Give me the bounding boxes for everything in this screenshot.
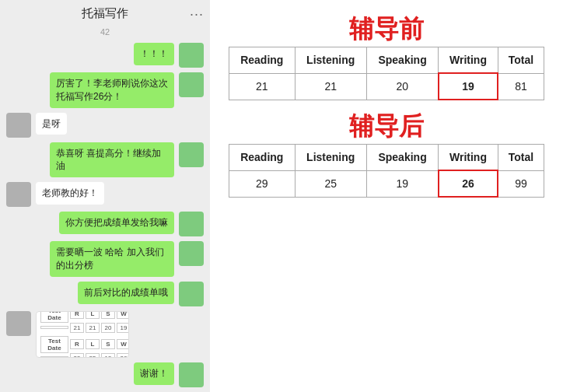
after-listening: 25 — [295, 170, 366, 197]
chat-body: ！！！ 厉害了！李老师刚说你这次托福写作26分！ 是呀 恭喜呀 喜提高分！继续加… — [0, 40, 210, 392]
before-table: Reading Listening Speaking Writing Total… — [229, 47, 544, 100]
col-total: Total — [498, 145, 544, 171]
avatar — [179, 241, 204, 266]
score-image: Test Date R L S W T 21 21 20 19 81 — [36, 311, 129, 358]
chat-bubble: ！！！ — [134, 43, 174, 65]
avatar — [6, 113, 31, 138]
before-listening: 21 — [295, 73, 366, 100]
before-total: 81 — [498, 73, 544, 100]
chat-bubble: 恭喜呀 喜提高分！继续加油 — [50, 142, 174, 178]
before-reading: 21 — [229, 73, 295, 100]
message-row: 你方便把成绩单发给我嘛 — [6, 212, 204, 236]
message-row: 厉害了！李老师刚说你这次托福写作26分！ — [6, 72, 204, 108]
message-row: 前后对比的成绩单哦 — [6, 282, 204, 306]
col-reading: Reading — [229, 47, 295, 74]
message-row: ！！！ — [6, 43, 204, 68]
before-writing: 19 — [439, 73, 498, 100]
message-row: 谢谢！ — [6, 362, 204, 387]
after-section: 辅导后 Reading Listening Speaking Writing T… — [229, 110, 544, 198]
after-writing: 26 — [439, 170, 498, 197]
avatar — [179, 282, 204, 306]
chat-header: 托福写作 ··· — [0, 0, 210, 24]
chat-bubble: 需要晒一波 哈哈 加入我们的出分榜 — [50, 241, 174, 277]
col-speaking: Speaking — [366, 47, 438, 74]
col-writing: Writing — [439, 47, 498, 74]
chat-bubble: 老师教的好！ — [36, 182, 104, 205]
avatar — [179, 212, 204, 236]
after-title: 辅导后 — [229, 110, 544, 144]
chat-subtitle: 42 — [0, 24, 210, 40]
chat-bubble: 厉害了！李老师刚说你这次托福写作26分！ — [50, 72, 174, 108]
chat-title: 托福写作 — [82, 6, 128, 21]
chat-bubble: 前后对比的成绩单哦 — [78, 282, 174, 304]
chat-bubble: 谢谢！ — [134, 362, 174, 385]
avatar — [6, 182, 31, 207]
after-speaking: 19 — [366, 170, 438, 197]
avatar — [179, 72, 204, 97]
before-section: 辅导前 Reading Listening Speaking Writing T… — [229, 12, 544, 100]
chat-panel: 托福写作 ··· 42 ！！！ 厉害了！李老师刚说你这次托福写作26分！ 是呀 … — [0, 0, 210, 392]
chat-bubble: 你方便把成绩单发给我嘛 — [59, 212, 174, 234]
message-row: 是呀 — [6, 113, 204, 138]
message-row: 恭喜呀 喜提高分！继续加油 — [6, 142, 204, 178]
message-row: Test Date R L S W T 21 21 20 19 81 — [6, 311, 204, 358]
score-panel: 辅导前 Reading Listening Speaking Writing T… — [210, 0, 563, 392]
col-listening: Listening — [295, 47, 366, 74]
avatar — [6, 311, 31, 336]
col-reading: Reading — [229, 145, 295, 171]
before-speaking: 20 — [366, 73, 438, 100]
after-total: 99 — [498, 170, 544, 197]
col-total: Total — [498, 47, 544, 74]
col-speaking: Speaking — [366, 145, 438, 171]
avatar — [179, 142, 204, 167]
avatar — [179, 43, 204, 68]
chat-bubble: 是呀 — [36, 113, 67, 135]
message-row: 需要晒一波 哈哈 加入我们的出分榜 — [6, 241, 204, 277]
message-row: 老师教的好！ — [6, 182, 204, 207]
before-title: 辅导前 — [229, 12, 544, 47]
after-reading: 29 — [229, 170, 295, 197]
avatar — [179, 362, 204, 387]
col-writing: Writing — [439, 145, 498, 171]
after-table: Reading Listening Speaking Writing Total… — [229, 144, 544, 198]
col-listening: Listening — [295, 145, 366, 171]
more-icon[interactable]: ··· — [190, 6, 204, 23]
